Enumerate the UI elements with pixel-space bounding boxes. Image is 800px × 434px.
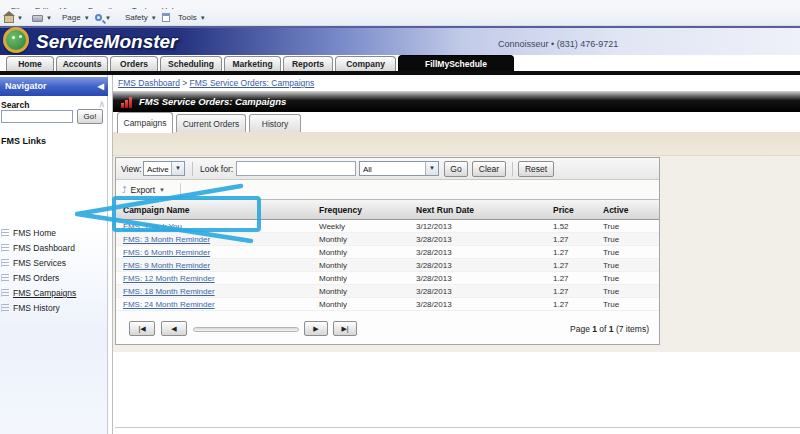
list-icon (1, 259, 9, 267)
clear-button[interactable]: Clear (472, 161, 506, 177)
campaign-link[interactable]: FMS: 6 Month Reminder (123, 248, 210, 257)
active-cell: True (603, 248, 619, 257)
logo-text: ServiceMonster (36, 31, 178, 53)
tools-menu-button[interactable]: Tools ▼ (178, 11, 206, 24)
category-select[interactable]: All ▼ (359, 161, 439, 176)
column-header-campaign-name[interactable]: Campaign Name (123, 205, 190, 215)
look-for-label: Look for: (200, 164, 233, 174)
toolbar-band (113, 132, 800, 156)
chevron-down-icon: ▼ (46, 15, 52, 21)
column-header-frequency[interactable]: Frequency (319, 205, 362, 215)
pagination-bar: |◀ ◀ ▶ ▶| Page 1 of 1 (7 items) (116, 320, 659, 338)
document-icon (162, 13, 170, 22)
price-cell: 1.27 (553, 300, 569, 309)
tab-fillmyschedule[interactable]: FillMySchedule (398, 55, 514, 71)
campaign-name-cell: FMS: 6 Month Reminder (123, 248, 210, 257)
subtab-current-orders[interactable]: Current Orders (176, 114, 246, 133)
page-slider[interactable] (193, 327, 299, 332)
print-button[interactable]: ▼ (32, 11, 52, 24)
tab-reports[interactable]: Reports (283, 56, 333, 71)
table-row: FMS: 12 Month ReminderMonthly3/28/20131.… (116, 272, 659, 285)
active-cell: True (603, 300, 619, 309)
total-pages: 1 (609, 324, 614, 334)
prev-page-button[interactable]: ◀ (161, 321, 187, 336)
column-header-next-run-date[interactable]: Next Run Date (416, 205, 474, 215)
price-cell: 1.27 (553, 261, 569, 270)
page-info: Page 1 of 1 (7 items) (570, 324, 649, 334)
table-header-row: Campaign NameFrequencyNext Run DatePrice… (116, 199, 659, 220)
chevron-down-icon: ▼ (105, 15, 111, 21)
next-run-date-cell: 3/28/2013 (416, 248, 452, 257)
price-cell: 1.27 (553, 235, 569, 244)
first-page-button[interactable]: |◀ (129, 321, 155, 336)
zoom-menu-button[interactable]: ▼ (95, 11, 111, 24)
campaign-link[interactable]: FMS: 18 Month Reminder (123, 287, 215, 296)
search-input[interactable] (1, 110, 73, 123)
app-window: FileEditViewFavoritesToolsHelp ▼ ▼ Page … (0, 0, 800, 434)
campaign-link[interactable]: FMS: 9 Month Reminder (123, 261, 210, 270)
chevron-down-icon: ▼ (151, 15, 157, 21)
sidebar-item-fms-dashboard[interactable]: FMS Dashboard (1, 242, 75, 254)
frequency-cell: Monthly (319, 235, 347, 244)
sidebar-item-label: FMS Services (13, 258, 66, 268)
chevron-down-icon: ▼ (425, 162, 438, 175)
safety-menu-button[interactable]: Safety ▼ (125, 11, 157, 24)
sidebar-item-fms-history[interactable]: FMS History (1, 302, 60, 314)
sidebar-item-fms-orders[interactable]: FMS Orders (1, 272, 59, 284)
active-cell: True (603, 287, 619, 296)
bar-chart-icon (121, 97, 135, 108)
tab-scheduling[interactable]: Scheduling (160, 56, 222, 71)
last-page-button[interactable]: ▶| (333, 321, 357, 336)
frequency-cell: Monthly (319, 274, 347, 283)
tab-company[interactable]: Company (335, 56, 396, 71)
search-label: Search (1, 100, 29, 110)
next-run-date-cell: 3/28/2013 (416, 300, 452, 309)
subtab-campaigns[interactable]: Campaigns (117, 112, 173, 133)
look-for-input[interactable] (236, 161, 356, 176)
sidebar-item-fms-services[interactable]: FMS Services (1, 257, 66, 269)
table-body: FMS: Thank YouWeekly3/12/20131.52TrueFMS… (116, 220, 659, 311)
home-button[interactable]: ▼ (4, 11, 23, 24)
export-button[interactable]: ⤴ Export ▼ (122, 183, 165, 197)
tab-home[interactable]: Home (6, 56, 54, 71)
view-select[interactable]: Active ▼ (143, 161, 185, 176)
tab-marketing[interactable]: Marketing (224, 56, 281, 71)
search-go-button[interactable]: Go! (77, 109, 103, 124)
campaign-link[interactable]: FMS: 12 Month Reminder (123, 274, 215, 283)
tabs-underline (0, 71, 800, 75)
printer-icon (32, 15, 43, 22)
page-menu-button[interactable]: Page ▼ (62, 11, 90, 24)
sidebar-item-label: FMS Dashboard (13, 243, 75, 253)
scroll-up-icon[interactable]: ∧ (98, 99, 105, 109)
collapse-sidebar-icon[interactable]: ◀ (98, 82, 104, 91)
frequency-cell: Monthly (319, 261, 347, 270)
column-header-active[interactable]: Active (603, 205, 629, 215)
campaign-name-cell: FMS: 24 Month Reminder (123, 300, 215, 309)
breadcrumb-separator: > (180, 78, 190, 88)
tools-menu-label: Tools (178, 13, 197, 22)
next-page-button[interactable]: ▶ (304, 321, 328, 336)
document-button[interactable] (162, 11, 170, 24)
campaigns-grid-panel: View: Active ▼ Look for: All ▼ Go Clear … (115, 157, 660, 345)
campaign-link[interactable]: FMS: 24 Month Reminder (123, 300, 215, 309)
subtab-history[interactable]: History (249, 114, 301, 133)
breadcrumb-link-fms-service-orders-campaigns[interactable]: FMS Service Orders: Campaigns (190, 78, 315, 88)
breadcrumb-link-fms-dashboard[interactable]: FMS Dashboard (118, 78, 180, 88)
sidebar-item-fms-home[interactable]: FMS Home (1, 227, 56, 239)
go-button[interactable]: Go (444, 161, 468, 177)
sidebar-item-fms-campaigns[interactable]: FMS Campaigns (1, 287, 76, 299)
tab-accounts[interactable]: Accounts (56, 56, 108, 71)
chevron-down-icon: ▼ (171, 162, 184, 175)
campaign-link[interactable]: FMS: 3 Month Reminder (123, 235, 210, 244)
page-menu-label: Page (62, 13, 81, 22)
bottom-hairline (115, 427, 800, 428)
table-row: FMS: 3 Month ReminderMonthly3/28/20131.2… (116, 233, 659, 246)
page-title-bar: FMS Service Orders: Campaigns (113, 91, 800, 112)
reset-button[interactable]: Reset (518, 161, 554, 177)
fms-links-header: FMS Links (1, 136, 46, 146)
next-run-date-cell: 3/12/2013 (416, 222, 452, 231)
column-header-price[interactable]: Price (553, 205, 574, 215)
campaign-link[interactable]: FMS: Thank You (123, 222, 182, 231)
tab-orders[interactable]: Orders (110, 56, 158, 71)
app-header: ServiceMonster Connoisseur • (831) 476-9… (0, 26, 800, 55)
